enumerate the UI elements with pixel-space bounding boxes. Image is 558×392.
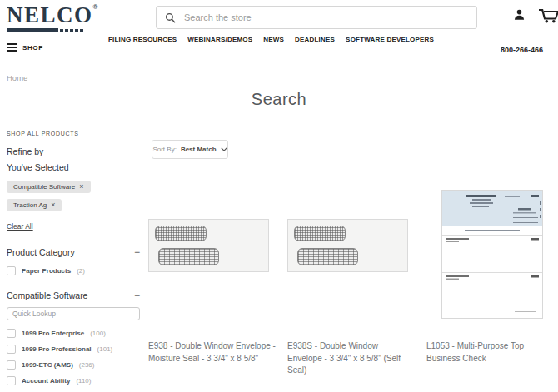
nav-item-filing-resources[interactable]: FILING RESOURCES	[108, 36, 177, 43]
facet-header[interactable]: Compatible Software −	[7, 290, 140, 300]
software-filter-list: 1099 Pro Enterprise (100) 1099 Pro Profe…	[7, 329, 140, 392]
logo-wordmark: NELCO®	[7, 4, 99, 27]
cart-icon[interactable]	[539, 8, 558, 23]
search-input[interactable]	[182, 12, 468, 23]
option-count: (101)	[97, 345, 113, 353]
nav-item-software-developers[interactable]: SOFTWARE DEVELOPERS	[346, 36, 434, 43]
clear-all-link[interactable]: Clear All	[7, 222, 33, 231]
page-title: Search	[0, 90, 558, 109]
filter-option-paper-products[interactable]: Paper Products (2)	[7, 266, 140, 275]
chevron-down-icon	[221, 147, 227, 151]
remove-icon[interactable]: ×	[79, 183, 83, 191]
checkbox[interactable]	[7, 345, 16, 354]
main-navigation: FILING RESOURCES WEBINARS/DEMOS NEWS DEA…	[108, 36, 434, 43]
quick-lookup-input[interactable]	[7, 307, 140, 320]
option-count: (110)	[76, 377, 91, 385]
product-title-e938s[interactable]: E938S - Double Window Envelope - 3 3/4" …	[287, 340, 415, 377]
nelco-logo[interactable]: NELCO®	[7, 4, 99, 32]
breadcrumb-home[interactable]: Home	[7, 73, 27, 82]
collapse-icon[interactable]: −	[134, 247, 140, 257]
sort-by-dropdown[interactable]: Sort By: Best Match	[152, 140, 228, 159]
selected-filter-tag[interactable]: Compatible Software×	[7, 181, 91, 193]
checkbox[interactable]	[7, 266, 16, 275]
shop-menu-button[interactable]: SHOP	[7, 43, 43, 52]
filter-option-1099-etc-ams[interactable]: 1099-ETC (AMS) (236)	[7, 360, 140, 370]
option-label: Account Ability	[22, 377, 70, 385]
product-image-l1053-check[interactable]	[441, 190, 543, 319]
checkbox[interactable]	[7, 329, 16, 338]
filter-option-1099-pro-enterprise[interactable]: 1099 Pro Enterprise (100)	[7, 329, 140, 338]
selected-filters: Compatible Software× Traction Ag×	[7, 181, 140, 217]
shop-button-label: SHOP	[22, 44, 43, 52]
option-label: 1099 Pro Enterprise	[22, 330, 84, 337]
envelope-window	[155, 226, 207, 241]
search-icon	[165, 12, 176, 23]
filter-option-account-ability[interactable]: Account Ability (110)	[7, 376, 140, 385]
facet-compatible-software: Compatible Software − 1099 Pro Enterpris…	[7, 290, 140, 392]
checkbox[interactable]	[7, 360, 16, 370]
option-label: 1099-ETC (AMS)	[22, 361, 73, 369]
product-title-l1053[interactable]: L1053 - Multi-Purpose Top Business Check	[426, 340, 554, 365]
filter-sidebar: SHOP ALL PRODUCTS Refine by You've Selec…	[7, 131, 140, 392]
sort-label: Sort By:	[152, 146, 176, 153]
option-count: (100)	[90, 330, 106, 337]
collapse-icon[interactable]: −	[134, 290, 140, 300]
envelope-window	[158, 248, 219, 265]
header-divider	[0, 62, 558, 62]
nav-item-deadlines[interactable]: DEADLINES	[295, 36, 335, 43]
hamburger-icon	[7, 43, 17, 52]
store-search-bar[interactable]	[156, 6, 477, 29]
filter-option-1099-pro-professional[interactable]: 1099 Pro Professional (101)	[7, 345, 140, 354]
envelope-window	[294, 226, 346, 241]
option-count: (236)	[79, 361, 95, 369]
nav-item-webinars-demos[interactable]: WEBINARS/DEMOS	[187, 36, 252, 43]
checkbox[interactable]	[7, 376, 16, 385]
refine-by-heading: Refine by	[7, 146, 140, 156]
page: NELCO® FILING RESOURCES WEBINARS/DEMOS N…	[0, 0, 558, 392]
option-label: Paper Products	[22, 267, 71, 275]
facet-title: Compatible Software	[7, 290, 87, 300]
logo-underline	[7, 28, 99, 32]
remove-icon[interactable]: ×	[51, 201, 55, 209]
product-image-e938-envelope[interactable]	[148, 219, 269, 272]
product-title-e938[interactable]: E938 - Double Window Envelope - Moisture…	[148, 340, 276, 365]
product-image-e938s-envelope[interactable]	[287, 219, 408, 272]
envelope-window	[297, 248, 358, 265]
option-count: (2)	[77, 267, 85, 275]
sort-value: Best Match	[181, 146, 217, 153]
registered-trademark-icon: ®	[93, 3, 99, 11]
selected-filter-tag[interactable]: Traction Ag×	[7, 199, 62, 211]
nav-item-news[interactable]: NEWS	[263, 36, 284, 43]
shop-all-products-link[interactable]: SHOP ALL PRODUCTS	[7, 131, 140, 136]
youve-selected-heading: You've Selected	[7, 162, 140, 172]
business-check-illustration	[441, 190, 543, 319]
facet-header[interactable]: Product Category −	[7, 247, 140, 257]
option-label: 1099 Pro Professional	[22, 345, 92, 353]
facet-product-category: Product Category − Paper Products (2)	[7, 247, 140, 275]
facet-title: Product Category	[7, 247, 75, 257]
phone-number: 800-266-466	[501, 46, 543, 54]
account-icon[interactable]	[513, 8, 526, 22]
